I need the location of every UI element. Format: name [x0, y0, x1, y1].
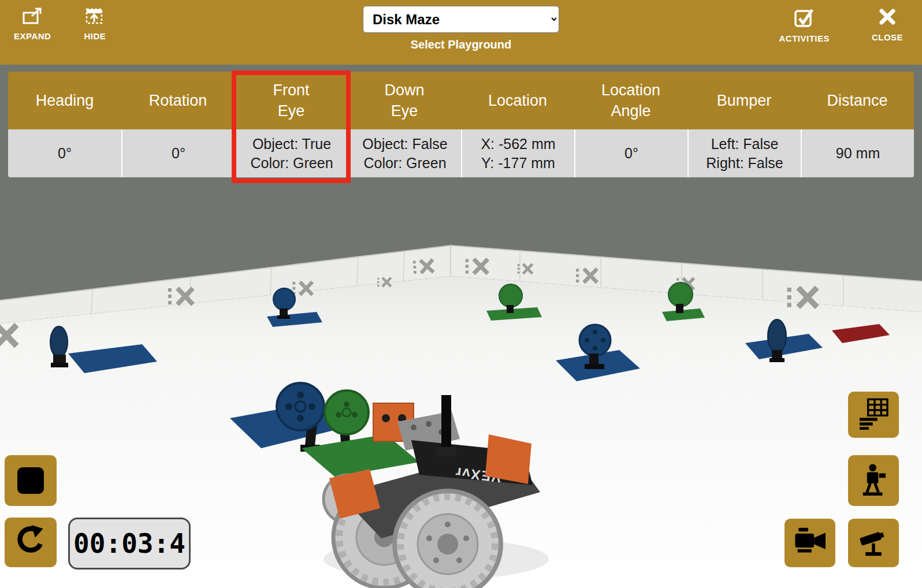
column-header-location: Location: [461, 72, 574, 129]
location-value: X: -562 mmY: -177 mm: [461, 129, 574, 177]
reset-icon: [13, 523, 49, 561]
close-icon: [878, 7, 897, 28]
stop-icon: [17, 467, 44, 494]
front-eye-value: Object: TrueColor: Green: [235, 129, 348, 177]
playground-caption: Select Playground: [411, 38, 512, 51]
activities-label: ACTIVITIES: [779, 34, 830, 43]
rotation-value: 0°: [121, 129, 235, 177]
column-header-heading: Heading: [8, 72, 121, 129]
top-toolbar: EXPAND HIDE Disk Maze Select Playground: [0, 0, 922, 65]
fixed-camera-view-button[interactable]: [848, 519, 899, 567]
hide-button[interactable]: HIDE: [77, 7, 112, 41]
robot-figure-icon: [857, 462, 890, 499]
toolbar-right-group: ACTIVITIES CLOSE: [779, 7, 905, 43]
playground-selector: Disk Maze Select Playground: [363, 6, 559, 51]
stop-button[interactable]: [5, 455, 57, 506]
sensor-dashboard: Heading Rotation FrontEye DownEye Locati…: [8, 72, 914, 177]
hide-label: HIDE: [84, 31, 106, 41]
column-header-distance: Distance: [801, 72, 914, 129]
distance-value: 90 mm: [801, 129, 914, 177]
column-header-bumper: Bumper: [687, 72, 801, 129]
column-header-rotation: Rotation: [121, 72, 235, 129]
column-header-location-angle: LocationAngle: [574, 72, 687, 129]
sensor-table-header: Heading Rotation FrontEye DownEye Locati…: [8, 72, 914, 129]
playground-select[interactable]: Disk Maze: [363, 6, 559, 33]
robot-wheel: [395, 491, 501, 588]
close-button[interactable]: CLOSE: [870, 7, 905, 43]
video-camera-icon: [793, 526, 827, 560]
sensor-dashboard-toggle-button[interactable]: [848, 392, 899, 438]
expand-window-icon: [22, 7, 43, 27]
reset-button[interactable]: [5, 518, 57, 567]
bumper-value: Left: FalseRight: False: [687, 129, 801, 177]
video-camera-view-button[interactable]: [785, 519, 835, 567]
location-angle-value: 0°: [574, 129, 687, 177]
activities-checkbox-icon: [793, 7, 815, 29]
hide-window-icon: [84, 7, 105, 27]
timer-value: 00:03:4: [73, 528, 185, 559]
security-camera-icon: [857, 526, 890, 560]
close-label: CLOSE: [872, 32, 903, 42]
column-header-down-eye: DownEye: [348, 72, 461, 129]
activities-button[interactable]: ACTIVITIES: [779, 7, 830, 43]
sensor-table-values: 0° 0° Object: TrueColor: Green Object: F…: [8, 129, 914, 177]
data-table-icon: [857, 397, 890, 432]
down-eye-value: Object: FalseColor: Green: [348, 129, 461, 177]
expand-label: EXPAND: [14, 31, 51, 41]
column-header-front-eye: FrontEye: [235, 72, 348, 129]
toolbar-left-group: EXPAND HIDE: [14, 7, 112, 41]
expand-button[interactable]: EXPAND: [14, 7, 51, 41]
heading-value: 0°: [8, 129, 121, 177]
timer-display: 00:03:4: [68, 518, 191, 570]
robot-view-button[interactable]: [848, 455, 899, 506]
